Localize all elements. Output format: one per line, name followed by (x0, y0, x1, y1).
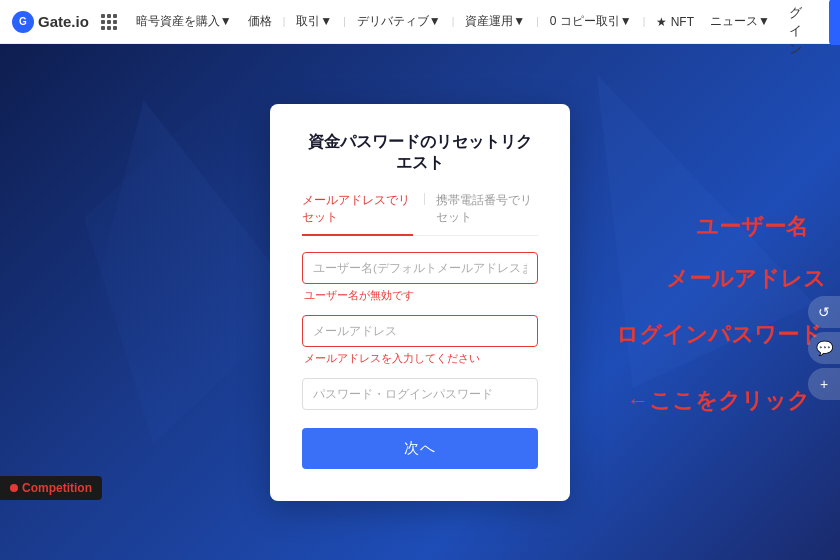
right-btn-1[interactable]: ↺ (808, 296, 840, 328)
next-button[interactable]: 次へ (302, 428, 538, 469)
reset-card: 資金パスワードのリセットリクエスト メールアドレスでリセット | 携帯電話番号で… (270, 104, 570, 501)
tab-phone-reset[interactable]: 携帯電話番号でリセット (436, 192, 538, 235)
nav-sep-1: | (283, 16, 286, 27)
nav-news[interactable]: ニュース▼ (705, 13, 775, 30)
logo[interactable]: G Gate.io (12, 11, 89, 33)
annotation-click: ←ここをクリック (627, 386, 810, 416)
username-field-wrap (302, 252, 538, 284)
logo-text: Gate.io (38, 13, 89, 30)
nav-sep-5: | (643, 16, 646, 27)
nav-sep-3: | (452, 16, 455, 27)
password-input[interactable] (302, 378, 538, 410)
navbar: G Gate.io 暗号資産を購入▼ 価格 | 取引▼ | デリバティブ▼ | … (0, 0, 840, 44)
right-btn-2[interactable]: 💬 (808, 332, 840, 364)
nav-derivatives[interactable]: デリバティブ▼ (352, 13, 446, 30)
right-btn-3[interactable]: + (808, 368, 840, 400)
tab-email-reset[interactable]: メールアドレスでリセット (302, 192, 413, 236)
competition-badge[interactable]: Competition (0, 476, 102, 500)
nav-sep-2: | (343, 16, 346, 27)
annotation-email: メールアドレス (666, 264, 826, 294)
password-field-wrap (302, 374, 538, 424)
username-input[interactable] (302, 252, 538, 284)
nav-sep-4: | (536, 16, 539, 27)
card-title: 資金パスワードのリセットリクエスト (302, 132, 538, 174)
annotation-password: ログインパスワード (616, 320, 822, 350)
nav-buy-crypto[interactable]: 暗号資産を購入▼ (131, 13, 237, 30)
competition-dot (10, 484, 18, 492)
annotation-username: ユーザー名 (696, 212, 808, 242)
nav-copy-trade[interactable]: 0 コピー取引▼ (545, 13, 637, 30)
login-button[interactable]: ログイン (781, 0, 821, 62)
competition-label: Competition (22, 481, 92, 495)
nav-price[interactable]: 価格 (243, 13, 277, 30)
logo-icon: G (12, 11, 34, 33)
username-error: ユーザー名が無効です (304, 288, 538, 303)
grid-icon[interactable] (101, 14, 117, 30)
nav-right: ログイン 登録 🔔 ⬇ 🌙 🌐 🕐 🔍 (781, 0, 840, 62)
main-area: 資金パスワードのリセットリクエスト メールアドレスでリセット | 携帯電話番号で… (0, 44, 840, 560)
tab-row: メールアドレスでリセット | 携帯電話番号でリセット (302, 192, 538, 236)
nav-nft[interactable]: ★ NFT (651, 15, 699, 29)
nav-earn[interactable]: 資産運用▼ (460, 13, 530, 30)
right-floating-buttons: ↺ 💬 + (808, 296, 840, 400)
email-input[interactable] (302, 315, 538, 347)
tab-separator: | (413, 192, 436, 235)
email-error: メールアドレスを入力してください (304, 351, 538, 366)
email-field-wrap (302, 311, 538, 347)
register-button[interactable]: 登録 (829, 0, 840, 45)
nav-trade[interactable]: 取引▼ (291, 13, 337, 30)
